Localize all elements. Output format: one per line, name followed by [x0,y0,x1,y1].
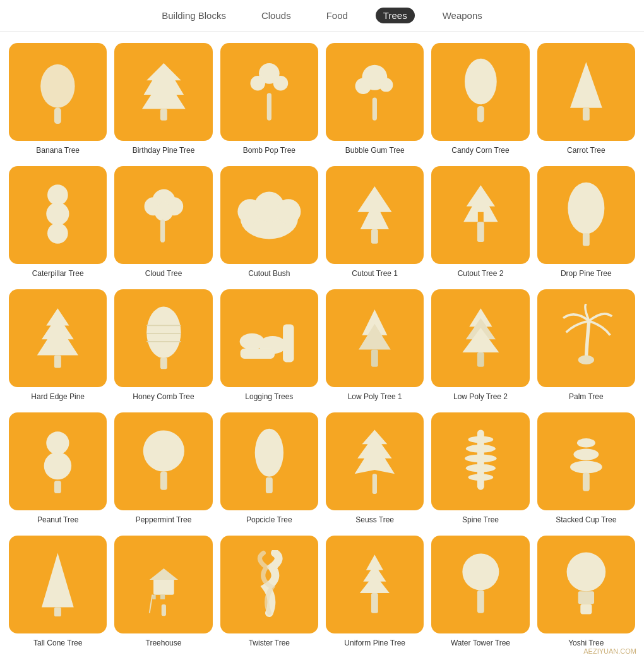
svg-point-5 [250,76,265,91]
svg-point-22 [154,203,172,222]
tree-thumbnail [114,43,212,141]
list-item[interactable]: Peanut Tree [5,409,110,532]
svg-point-54 [44,452,71,479]
tree-label: Cloud Tree [145,269,182,279]
svg-point-65 [465,455,497,463]
tree-label: Peppermint Tree [136,515,192,525]
list-item[interactable]: Honey Comb Tree [110,285,216,409]
tree-label: Low Poly Tree 1 [348,392,402,402]
svg-point-16 [47,185,68,206]
svg-rect-11 [373,98,377,121]
list-item[interactable]: Yoshi Tree [534,532,639,655]
svg-point-10 [379,78,393,92]
tree-label: Water Tower Tree [451,639,510,649]
list-item[interactable]: Cutout Tree 1 [322,162,427,285]
list-item[interactable]: Birthday Pine Tree [110,39,216,162]
svg-rect-43 [283,325,294,363]
list-item[interactable]: Water Tower Tree [427,532,533,655]
svg-point-12 [465,59,497,104]
list-item[interactable]: Caterpillar Tree [5,162,110,285]
list-item[interactable]: Cloud Tree [110,162,216,285]
svg-rect-3 [160,109,167,121]
svg-point-53 [47,431,69,454]
tree-thumbnail [537,166,635,264]
tree-label: Twister Tree [249,639,290,649]
svg-rect-57 [160,472,167,490]
list-item[interactable]: Uniform Pine Tree [322,532,427,655]
list-item[interactable]: Cutout Bush [217,162,322,285]
tree-thumbnail [431,412,529,510]
tree-label: Cutout Tree 2 [458,269,504,279]
svg-point-17 [47,203,69,225]
svg-point-69 [573,449,599,460]
tree-thumbnail [114,289,212,387]
svg-rect-29 [371,229,378,244]
svg-marker-72 [42,553,74,608]
list-item[interactable]: Tall Cone Tree [5,532,110,655]
svg-rect-74 [153,578,174,595]
nav-item-trees[interactable]: Trees [376,8,415,23]
list-item[interactable]: Carrot Tree [534,39,639,162]
nav-item-weapons[interactable]: Weapons [435,8,490,23]
list-item[interactable]: Seuss Tree [322,409,427,532]
tree-label: Seuss Tree [355,515,394,525]
list-item[interactable]: Stacked Cup Tree [534,409,639,532]
nav-item-food[interactable]: Food [319,8,355,23]
svg-point-0 [40,64,75,108]
list-item[interactable]: Low Poly Tree 1 [322,285,427,409]
svg-point-84 [462,553,499,590]
list-item[interactable]: Drop Pine Tree [534,162,639,285]
svg-rect-78 [161,604,165,616]
tree-label: Drop Pine Tree [561,269,612,279]
tree-label: Peanut Tree [37,515,78,525]
svg-marker-60 [355,430,395,474]
tree-label: Cutout Tree 1 [352,269,398,279]
list-item[interactable]: Treehouse [110,532,216,655]
tree-thumbnail [114,412,212,510]
tree-thumbnail [114,166,212,264]
tree-thumbnail [431,289,529,387]
list-item[interactable]: Spine Tree [427,409,533,532]
svg-rect-40 [160,357,167,369]
svg-marker-82 [360,574,390,593]
svg-rect-85 [477,590,484,613]
nav-item-clouds[interactable]: Clouds [254,8,299,23]
list-item[interactable]: Candy Corn Tree [427,39,533,162]
svg-rect-83 [371,593,378,613]
tree-label: Birthday Pine Tree [133,146,195,156]
tree-thumbnail [537,536,635,633]
svg-point-70 [570,461,602,474]
list-item[interactable]: Twister Tree [217,532,322,655]
svg-rect-88 [580,604,592,614]
list-item[interactable]: Low Poly Tree 2 [427,285,533,409]
list-item[interactable]: Banana Tree [5,39,110,162]
list-item[interactable]: Popcicle Tree [217,409,322,532]
tree-grid: Banana TreeBirthday Pine TreeBomb Pop Tr… [0,32,644,660]
list-item[interactable]: Bomb Pop Tree [217,39,322,162]
tree-label: Tall Cone Tree [33,639,82,649]
list-item[interactable]: Bubble Gum Tree [322,39,427,162]
svg-rect-76 [160,595,165,599]
list-item[interactable]: Hard Edge Pine [5,285,110,409]
tree-label: Candy Corn Tree [451,146,509,156]
svg-rect-35 [54,356,61,368]
list-item[interactable]: Peppermint Tree [110,409,216,532]
tree-thumbnail [431,43,529,141]
svg-rect-23 [160,220,165,243]
svg-point-86 [567,553,606,592]
list-item[interactable]: Logging Trees [217,285,322,409]
svg-line-79 [149,595,152,613]
tree-thumbnail [220,412,318,510]
list-item[interactable]: Cutout Tree 2 [427,162,533,285]
svg-marker-2 [142,63,186,109]
svg-rect-61 [373,474,377,494]
tree-label: Bubble Gum Tree [345,146,405,156]
svg-point-32 [568,183,604,234]
nav-bar: Building BlocksCloudsFoodTreesWeapons [0,0,644,32]
svg-point-18 [47,223,68,244]
nav-item-building-blocks[interactable]: Building Blocks [154,8,234,23]
tree-label: Banana Tree [36,146,80,156]
list-item[interactable]: Palm Tree [534,285,639,409]
svg-point-52 [578,356,594,364]
tree-thumbnail [431,166,529,264]
